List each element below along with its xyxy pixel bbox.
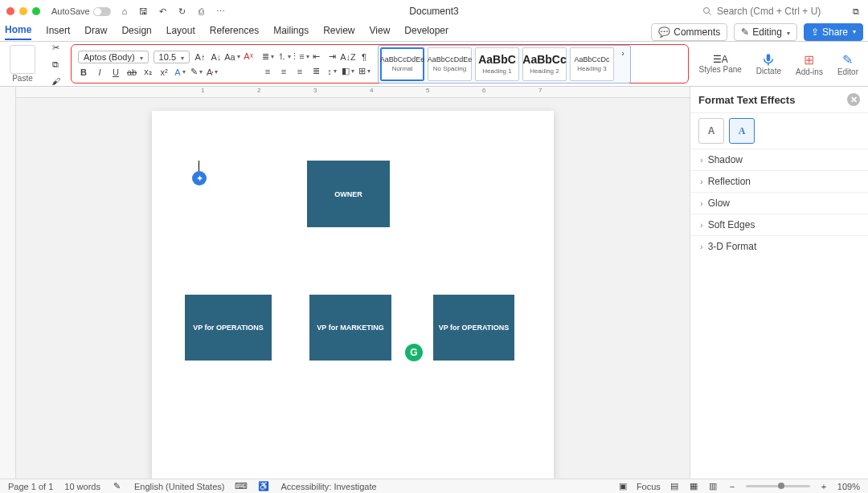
shape-vp-marketing[interactable]: VP for MARKETING [309, 295, 391, 361]
view-read-icon[interactable]: ▤ [669, 481, 680, 492]
bullets-button[interactable]: ≣ [262, 51, 273, 63]
section-soft-edges[interactable]: Soft Edges [690, 214, 868, 235]
decrease-font-icon[interactable]: A↓ [211, 51, 222, 63]
toggle-switch[interactable] [93, 7, 111, 16]
style-heading3[interactable]: AaBbCcDcHeading 3 [570, 47, 614, 81]
view-print-icon[interactable]: ▦ [688, 481, 699, 492]
close-icon[interactable]: ✕ [847, 93, 860, 106]
tab-developer[interactable]: Developer [404, 25, 448, 39]
text-prediction-icon[interactable]: ⌨ [235, 481, 247, 492]
section-shadow[interactable]: Shadow [690, 149, 868, 170]
tab-home[interactable]: Home [5, 24, 31, 40]
increase-font-icon[interactable]: A↑ [194, 51, 206, 63]
minimize-window[interactable] [19, 7, 27, 15]
align-left-button[interactable]: ≡ [262, 66, 273, 77]
underline-button[interactable]: U [110, 67, 121, 78]
text-fill-tab[interactable]: A [698, 118, 724, 144]
tab-references[interactable]: References [210, 25, 259, 39]
styles-more-icon[interactable]: › [617, 47, 628, 59]
search-input[interactable] [717, 6, 845, 17]
multilevel-button[interactable]: ⋮≡ [294, 51, 305, 63]
superscript-button[interactable]: x² [158, 67, 170, 78]
share-button[interactable]: ⇪Share▾ [804, 23, 863, 41]
redo-icon[interactable]: ↻ [177, 6, 188, 17]
focus-label[interactable]: Focus [637, 482, 661, 491]
tab-design[interactable]: Design [121, 25, 151, 39]
zoom-in-icon[interactable]: + [818, 481, 829, 492]
change-case-icon[interactable]: Aa [227, 51, 238, 63]
tab-mailings[interactable]: Mailings [273, 25, 309, 39]
language-indicator[interactable]: English (United States) [134, 482, 225, 491]
maximize-window[interactable] [32, 7, 40, 15]
spellcheck-icon[interactable]: ✎ [112, 481, 123, 492]
section-3d-format[interactable]: 3-D Format [690, 235, 868, 257]
increase-indent-button[interactable]: ⇥ [326, 51, 338, 63]
zoom-slider[interactable] [746, 485, 810, 487]
cut-icon[interactable]: ✂︎ [50, 43, 61, 53]
highlight-color-button[interactable]: ✎ [190, 67, 202, 78]
copy-icon[interactable]: ⧉ [50, 59, 61, 70]
align-right-button[interactable]: ≡ [294, 66, 305, 77]
shape-vp-operations-right[interactable]: VP for OPERATIONS [433, 295, 514, 361]
document-canvas[interactable]: 1 2 3 4 5 6 7 ✦ OWNER VP for OPERATIONS … [16, 87, 690, 479]
text-effects-tab[interactable]: A [729, 118, 755, 144]
zoom-out-icon[interactable]: − [727, 481, 738, 492]
style-nospacing[interactable]: AaBbCcDdEeNo Spacing [428, 47, 472, 81]
tab-review[interactable]: Review [323, 25, 354, 39]
shape-owner[interactable]: OWNER [307, 161, 390, 227]
justify-button[interactable]: ≣ [310, 66, 321, 77]
font-size-combo[interactable]: 10.5 [154, 51, 190, 63]
focus-icon[interactable]: ▣ [617, 481, 628, 492]
align-center-button[interactable]: ≡ [278, 66, 289, 77]
tab-layout[interactable]: Layout [166, 25, 195, 39]
sort-button[interactable]: A↓Z [342, 51, 354, 63]
styles-pane-group[interactable]: ☰A Styles Pane [694, 44, 746, 84]
addins-group[interactable]: ⊞ Add-ins [791, 44, 828, 84]
strike-button[interactable]: ab [126, 67, 137, 78]
paste-button[interactable] [10, 45, 35, 74]
style-heading1[interactable]: AaBbCHeading 1 [475, 47, 519, 81]
comments-button[interactable]: 💬Comments [651, 23, 727, 41]
tab-draw[interactable]: Draw [84, 25, 107, 39]
paste-options-badge[interactable]: ✦ [192, 171, 207, 185]
numbering-button[interactable]: ⒈ [278, 51, 289, 63]
dictate-group[interactable]: Dictate [751, 44, 786, 84]
style-heading2[interactable]: AaBbCcHeading 2 [522, 47, 567, 81]
bold-button[interactable]: B [78, 67, 89, 78]
tab-view[interactable]: View [370, 25, 391, 39]
ribbon-display-icon[interactable]: ⧉ [850, 6, 862, 17]
show-marks-button[interactable]: ¶ [358, 51, 370, 63]
page-indicator[interactable]: Page 1 of 1 [8, 482, 53, 491]
print-icon[interactable]: ⎙ [196, 6, 207, 17]
autosave-toggle[interactable]: AutoSave [51, 6, 111, 16]
tab-insert[interactable]: Insert [46, 25, 70, 39]
editing-mode-button[interactable]: ✎Editing [734, 23, 797, 41]
format-painter-icon[interactable]: 🖌 [50, 76, 61, 86]
horizontal-ruler[interactable]: 1 2 3 4 5 6 7 [16, 87, 690, 98]
save-icon[interactable]: 🖫 [138, 6, 149, 17]
view-web-icon[interactable]: ▥ [707, 481, 719, 492]
shape-vp-operations-left[interactable]: VP for OPERATIONS [185, 295, 272, 361]
zoom-value[interactable]: 109% [837, 482, 860, 491]
home-icon[interactable]: ⌂ [119, 6, 130, 17]
text-effects-button[interactable]: A [174, 67, 186, 78]
borders-button[interactable]: ⊞ [358, 66, 370, 77]
more-icon[interactable]: ⋯ [215, 6, 227, 17]
shading-button[interactable]: ◧ [342, 66, 354, 77]
font-name-combo[interactable]: Aptos (Body) [78, 51, 149, 63]
section-reflection[interactable]: Reflection [690, 170, 868, 192]
font-color-button[interactable]: A [207, 67, 218, 78]
line-spacing-button[interactable]: ↕ [326, 66, 338, 77]
word-count[interactable]: 10 words [64, 482, 100, 491]
decrease-indent-button[interactable]: ⇤ [310, 51, 321, 63]
editor-group[interactable]: ✎ Editor [833, 44, 863, 84]
accessibility-status[interactable]: Accessibility: Investigate [280, 482, 376, 491]
vertical-ruler[interactable] [0, 87, 16, 479]
section-glow[interactable]: Glow [690, 192, 868, 214]
search-box[interactable]: ⧉ [702, 6, 862, 17]
grammarly-badge[interactable]: G [405, 344, 423, 361]
close-window[interactable] [6, 7, 14, 15]
undo-icon[interactable]: ↶ [158, 6, 169, 17]
italic-button[interactable]: I [94, 67, 105, 78]
styles-gallery[interactable]: AaBbCcDdEeNormal AaBbCcDdEeNo Spacing Aa… [378, 45, 631, 84]
